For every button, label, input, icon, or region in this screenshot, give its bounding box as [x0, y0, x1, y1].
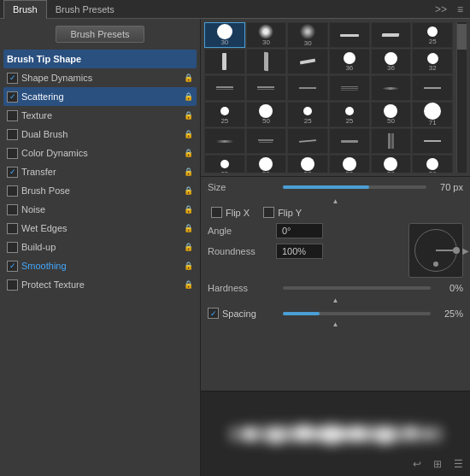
spacing-label: Spacing [222, 309, 256, 319]
brush-cell-24[interactable]: 71 [412, 102, 453, 127]
brush-cell-16[interactable] [329, 75, 370, 101]
brush-thumb-29 [373, 131, 409, 151]
brush-cell-35[interactable]: 50 [371, 155, 412, 173]
sidebar-item-wet-edges[interactable]: Wet Edges 🔒 [3, 219, 197, 238]
brush-thumb-36 [414, 157, 450, 171]
brush-cell-6[interactable]: 25 [412, 22, 453, 48]
brush-cell-10[interactable]: 36 [329, 49, 370, 74]
spacing-slider[interactable] [283, 312, 431, 315]
brush-cell-26[interactable] [246, 128, 287, 154]
sidebar-item-smoothing[interactable]: Smoothing 🔒 [3, 256, 197, 275]
protect-texture-label: Protect Texture [21, 279, 85, 290]
brush-cell-34[interactable]: 50 [329, 155, 370, 173]
sidebar-item-protect-texture[interactable]: Protect Texture 🔒 [3, 275, 197, 294]
texture-checkbox[interactable] [7, 110, 18, 121]
sidebar-item-texture[interactable]: Texture 🔒 [3, 106, 197, 125]
brush-presets-button[interactable]: Brush Presets [56, 26, 144, 43]
angle-widget[interactable]: ▶ [408, 223, 463, 278]
spacing-checkbox-group: Spacing [208, 308, 276, 319]
brush-cell-22[interactable]: 25 [329, 102, 370, 127]
brush-cell-7[interactable] [204, 49, 245, 74]
angle-input[interactable] [276, 223, 323, 238]
dual-brush-checkbox[interactable] [7, 129, 18, 140]
preview-grid-icon[interactable]: ⊞ [429, 455, 446, 473]
sidebar-item-brush-pose[interactable]: Brush Pose 🔒 [3, 181, 197, 200]
brush-thumb-12 [414, 51, 450, 65]
brush-cell-3[interactable]: 30 [287, 22, 328, 48]
brush-cell-8[interactable] [246, 49, 287, 74]
brush-cell-19[interactable]: 25 [204, 102, 245, 127]
brush-cell-17[interactable] [371, 75, 412, 101]
noise-checkbox[interactable] [7, 204, 18, 215]
brush-cell-29[interactable] [371, 128, 412, 154]
panel-menu-icon[interactable]: >> [432, 3, 450, 15]
brush-cell-12[interactable]: 32 [412, 49, 453, 74]
flip-x-checkbox[interactable] [211, 207, 222, 218]
angle-handle-vertical [453, 247, 460, 254]
scattering-checkbox[interactable] [7, 91, 18, 103]
brush-cell-2[interactable]: 30 [246, 22, 287, 48]
protect-texture-checkbox[interactable] [7, 279, 18, 291]
preview-reset-icon[interactable]: ↩ [408, 455, 426, 473]
brush-cell-14[interactable] [246, 75, 287, 101]
wet-edges-label: Wet Edges [21, 223, 68, 233]
sidebar-item-shape-dynamics[interactable]: Shape Dynamics 🔒 [3, 68, 197, 87]
sidebar-item-brush-tip-shape[interactable]: Brush Tip Shape [3, 50, 197, 68]
hardness-slider[interactable] [283, 286, 431, 290]
brush-pose-checkbox[interactable] [7, 185, 18, 197]
roundness-input[interactable] [276, 244, 323, 259]
spacing-checkbox[interactable] [208, 308, 219, 319]
sidebar-item-color-dynamics[interactable]: Color Dynamics 🔒 [3, 144, 197, 162]
brush-cell-5[interactable] [371, 22, 412, 48]
sidebar-item-scattering[interactable]: Scattering 🔒 [3, 87, 197, 106]
tab-brush-presets[interactable]: Brush Presets [47, 0, 123, 19]
sidebar-item-buildup[interactable]: Build-up 🔒 [3, 238, 197, 256]
panel-options-icon[interactable]: ≡ [454, 3, 467, 15]
brush-thumb-22 [332, 104, 367, 118]
wet-edges-lock-icon: 🔒 [184, 224, 193, 232]
brush-cell-32[interactable]: 50 [246, 155, 287, 173]
brush-thumb-8 [249, 51, 285, 72]
size-slider-track [283, 185, 369, 189]
brush-grid: 30 30 30 [204, 22, 453, 173]
brush-cell-28[interactable] [329, 128, 370, 154]
wet-edges-checkbox[interactable] [7, 223, 18, 234]
brush-cell-23[interactable]: 50 [371, 102, 412, 127]
brush-cell-11[interactable]: 36 [371, 49, 412, 74]
brush-cell-1[interactable]: 30 [204, 22, 245, 48]
tab-brush-presets-label: Brush Presets [56, 4, 115, 15]
flip-y-checkbox[interactable] [263, 207, 274, 218]
color-dynamics-checkbox[interactable] [7, 148, 18, 159]
brush-cell-31[interactable]: 25 [204, 155, 245, 173]
brush-cell-9[interactable] [287, 49, 328, 74]
brush-thumb-19 [207, 104, 243, 118]
brush-cell-30[interactable] [412, 128, 453, 154]
smoothing-lock-icon: 🔒 [184, 262, 193, 270]
brush-cell-21[interactable]: 25 [287, 102, 328, 127]
buildup-checkbox[interactable] [7, 242, 18, 253]
brush-cell-4[interactable] [329, 22, 370, 48]
preview-menu-icon[interactable]: ☰ [449, 455, 467, 473]
brush-cell-25[interactable] [204, 128, 245, 154]
brush-cell-13[interactable] [204, 75, 245, 101]
brush-cell-33[interactable]: 50 [287, 155, 328, 173]
brush-cell-20[interactable]: 50 [246, 102, 287, 127]
brush-thumb-3 [290, 23, 326, 40]
tab-brush[interactable]: Brush [3, 0, 47, 19]
flip-x-label: Flip X [226, 208, 250, 218]
brush-cell-15[interactable] [287, 75, 328, 101]
brush-thumb-35 [373, 157, 409, 171]
sidebar-item-transfer[interactable]: Transfer 🔒 [3, 162, 197, 181]
brush-cell-36[interactable]: 36 [412, 155, 453, 173]
brush-cell-18[interactable] [412, 75, 453, 101]
smoothing-checkbox[interactable] [7, 261, 18, 272]
shape-dynamics-checkbox[interactable] [7, 73, 18, 84]
brush-grid-scrollbar[interactable] [456, 22, 467, 173]
size-slider[interactable] [283, 185, 426, 189]
brush-cell-27[interactable] [287, 128, 328, 154]
noise-lock-icon: 🔒 [184, 205, 193, 214]
angle-widget-arrow-icon: ▶ [462, 246, 469, 256]
transfer-checkbox[interactable] [7, 167, 18, 178]
sidebar-item-dual-brush[interactable]: Dual Brush 🔒 [3, 125, 197, 144]
sidebar-item-noise[interactable]: Noise 🔒 [3, 200, 197, 219]
